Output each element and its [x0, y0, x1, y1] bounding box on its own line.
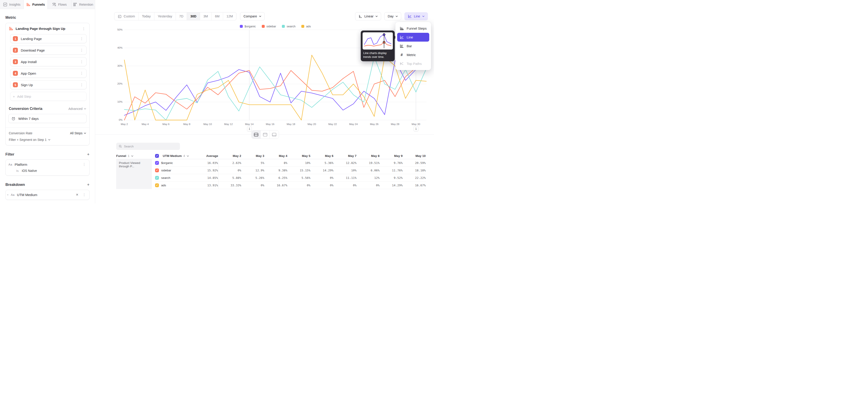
conversion-rate-dropdown[interactable]: All Steps — [70, 131, 86, 135]
menu-item-line[interactable]: Line — [397, 33, 429, 41]
funnel-step-4[interactable]: 4 App Open ⋮ — [10, 69, 87, 78]
annotation-badge[interactable]: 1 — [414, 126, 418, 131]
date-column-header[interactable]: May 6 — [311, 154, 334, 158]
date-column-header[interactable]: May 3 — [242, 154, 265, 158]
add-breakdown-button[interactable]: + — [87, 183, 90, 187]
funnel-step-3[interactable]: 3 App Install ⋮ — [10, 57, 87, 66]
conversion-window[interactable]: Within 7 days — [8, 114, 87, 123]
add-filter-button[interactable]: + — [87, 152, 90, 156]
date-column-header[interactable]: May 2 — [219, 154, 242, 158]
series-checkbox[interactable]: ✓ — [155, 176, 159, 180]
query-builder-sidebar: Metric Landing Page through Sign Up ⋮ 1 … — [0, 9, 95, 204]
funnel-step-1[interactable]: 1 Landing Page ⋮ — [10, 34, 87, 43]
bar-chart-icon — [400, 44, 404, 48]
kebab-menu-icon[interactable]: ⋮ — [82, 193, 87, 197]
menu-item-metric[interactable]: # Metric — [397, 51, 429, 59]
kebab-menu-icon[interactable]: ⋮ — [79, 83, 84, 87]
preset-7d[interactable]: 7D — [176, 12, 187, 20]
series-line-sidebar[interactable] — [124, 68, 426, 120]
kebab-menu-icon[interactable]: ⋮ — [81, 27, 86, 31]
series-row-sidebar[interactable]: ✓sidebar — [155, 167, 189, 174]
preset-yesterday[interactable]: Yesterday — [154, 12, 176, 20]
top-paths-icon — [400, 62, 404, 66]
tab-insights[interactable]: Insights — [0, 0, 24, 9]
y-tick-label: 30% — [114, 64, 123, 67]
kebab-menu-icon[interactable]: ⋮ — [79, 48, 84, 52]
series-line-search[interactable] — [124, 57, 426, 120]
series-row-organic[interactable]: ✓$organic — [155, 159, 189, 167]
table-value: 0% — [288, 182, 311, 189]
tab-funnels[interactable]: Funnels — [24, 0, 48, 9]
filter-segment-dropdown[interactable]: Filter + Segment on Step 1 — [8, 138, 87, 142]
layout-view-toggle — [251, 130, 279, 139]
interval-dropdown[interactable]: Day — [384, 12, 401, 20]
legend-item-organic[interactable]: $organic — [240, 25, 256, 28]
advanced-dropdown[interactable]: Advanced — [68, 107, 86, 111]
average-column-header[interactable]: Average — [189, 154, 219, 158]
chart-panel-button[interactable] — [260, 130, 270, 138]
kebab-menu-icon[interactable]: ⋮ — [79, 71, 84, 75]
step-number-badge: 1 — [13, 36, 18, 41]
annotation-badge[interactable]: 1 — [247, 126, 252, 131]
remove-breakdown-icon[interactable]: ✕ — [75, 193, 79, 196]
scale-dropdown[interactable]: Linear — [355, 12, 381, 20]
funnel-column-header[interactable]: Funnel 1 — [116, 154, 155, 158]
date-column-header[interactable]: May 4 — [265, 154, 288, 158]
legend-item-search[interactable]: search — [282, 25, 296, 28]
funnel-step-2[interactable]: 2 Download Page ⋮ — [10, 46, 87, 55]
date-column-header[interactable]: May 9 — [380, 154, 403, 158]
preset-today[interactable]: Today — [138, 12, 154, 20]
legend-item-sidebar[interactable]: sidebar — [262, 25, 276, 28]
date-column-header[interactable]: May 7 — [334, 154, 357, 158]
string-type-icon: Aa — [11, 193, 14, 196]
series-row-ads[interactable]: ✓ads — [155, 182, 189, 189]
tab-flows[interactable]: Flows — [48, 0, 71, 9]
search-input[interactable] — [124, 145, 178, 148]
kebab-menu-icon[interactable]: ⋮ — [79, 60, 84, 64]
date-column-header[interactable]: May 8 — [357, 154, 380, 158]
preset-custom[interactable]: Custom — [114, 12, 138, 20]
preset-3m[interactable]: 3M — [200, 12, 212, 20]
filter-operator[interactable]: Is — [16, 169, 19, 173]
legend-item-ads[interactable]: ads — [301, 25, 311, 28]
series-name: ads — [161, 184, 166, 187]
table-value: 14.29% — [311, 167, 334, 174]
tab-retention[interactable]: Retention — [71, 0, 95, 9]
table-panel-button[interactable] — [270, 130, 279, 138]
table-value: 9.38% — [265, 167, 288, 174]
date-column-header[interactable]: May 10 — [403, 154, 426, 158]
funnel-step-5[interactable]: 5 Sign Up ⋮ — [10, 80, 87, 89]
kebab-menu-icon[interactable]: ⋮ — [79, 37, 84, 41]
preset-6m[interactable]: 6M — [212, 12, 223, 20]
preset-12m[interactable]: 12M — [223, 12, 236, 20]
table-value: 9.76% — [380, 159, 403, 167]
series-name: search — [161, 176, 170, 180]
average-value: 14.85% — [189, 174, 219, 182]
series-checkbox[interactable]: ✓ — [155, 168, 159, 172]
drag-handle-icon[interactable]: ≡ — [7, 193, 8, 196]
x-tick-label: May 24 — [349, 123, 358, 125]
compare-button[interactable]: Compare — [240, 12, 265, 20]
menu-item-funnel-steps[interactable]: Funnel Steps — [397, 24, 429, 33]
select-all-checkbox[interactable]: ✓ — [155, 154, 159, 158]
series-row-search[interactable]: ✓search — [155, 174, 189, 182]
filter-property[interactable]: Platform — [15, 163, 79, 166]
funnel-name-cell[interactable]: Product Viewed through P... — [116, 159, 152, 189]
funnel-metric-card: Landing Page through Sign Up ⋮ 1 Landing… — [5, 23, 90, 146]
breakdown-column-header[interactable]: ✓ UTM Medium 4 — [155, 154, 189, 158]
series-checkbox[interactable]: ✓ — [155, 161, 159, 165]
series-checkbox[interactable]: ✓ — [155, 183, 159, 187]
split-view-button[interactable] — [252, 130, 260, 138]
line-chart-icon — [408, 14, 412, 18]
table-value: 16.67% — [403, 182, 426, 189]
preset-30d[interactable]: 30D — [187, 12, 200, 20]
filter-value[interactable]: iOS Native — [22, 169, 37, 173]
kebab-menu-icon[interactable]: ⋮ — [82, 162, 87, 166]
chart-type-dropdown[interactable]: Line — [404, 12, 428, 20]
breakdown-property[interactable]: UTM Medium — [17, 193, 72, 197]
add-step-button[interactable]: + Add Step — [10, 92, 87, 101]
date-column-header[interactable]: May 5 — [288, 154, 311, 158]
menu-item-bar[interactable]: Bar — [397, 41, 429, 51]
table-value: 14.29% — [380, 182, 403, 189]
menu-item-top-paths[interactable]: Top Paths — [397, 59, 429, 68]
